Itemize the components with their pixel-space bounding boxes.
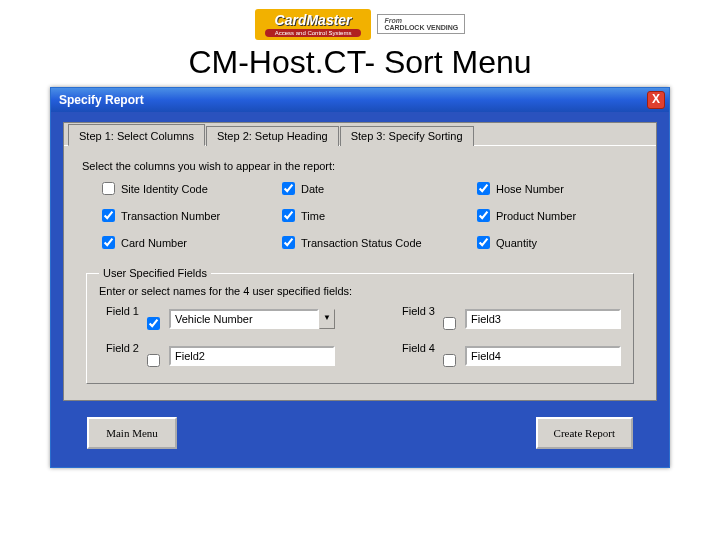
tab-setup-heading[interactable]: Step 2: Setup Heading <box>206 126 339 146</box>
cardmaster-logo-text: CardMaster <box>275 12 352 28</box>
field2-label: Field 2 <box>99 342 141 354</box>
close-icon[interactable]: X <box>647 91 665 109</box>
main-menu-button[interactable]: Main Menu <box>87 417 177 449</box>
columns-grid: Site Identity Code Date Hose Number Tran… <box>102 182 638 249</box>
field1-row: Field 1 ▼ <box>99 305 335 332</box>
tabs: Step 1: Select Columns Step 2: Setup Hea… <box>64 123 656 145</box>
field2-row: Field 2 <box>99 342 335 369</box>
field1-dropdown-icon[interactable]: ▼ <box>319 309 335 329</box>
select-columns-prompt: Select the columns you wish to appear in… <box>82 160 638 172</box>
field1-checkbox[interactable] <box>147 317 163 332</box>
tab-content: Select the columns you wish to appear in… <box>64 145 656 400</box>
field4-checkbox[interactable] <box>443 354 459 369</box>
chk-date[interactable]: Date <box>282 182 447 195</box>
cardmaster-logo: CardMaster Access and Control Systems <box>255 9 372 40</box>
user-fields-legend: User Specified Fields <box>99 267 211 279</box>
field3-input[interactable] <box>465 309 621 329</box>
user-specified-fields: User Specified Fields Enter or select na… <box>86 267 634 384</box>
logo-bar: CardMaster Access and Control Systems Fr… <box>0 0 720 40</box>
page-title: CM-Host.CT- Sort Menu <box>0 44 720 81</box>
tab-panel: Step 1: Select Columns Step 2: Setup Hea… <box>63 122 657 401</box>
cardmaster-logo-sub: Access and Control Systems <box>265 29 362 37</box>
chk-card-number[interactable]: Card Number <box>102 236 252 249</box>
field4-label: Field 4 <box>395 342 437 354</box>
chk-transaction-status[interactable]: Transaction Status Code <box>282 236 447 249</box>
create-report-button[interactable]: Create Report <box>536 417 633 449</box>
tab-specify-sorting[interactable]: Step 3: Specify Sorting <box>340 126 474 146</box>
button-row: Main Menu Create Report <box>63 401 657 455</box>
field3-checkbox[interactable] <box>443 317 459 332</box>
field3-label: Field 3 <box>395 305 437 317</box>
tab-select-columns[interactable]: Step 1: Select Columns <box>68 124 205 146</box>
titlebar: Specify Report X <box>51 88 669 112</box>
specify-report-window: Specify Report X Step 1: Select Columns … <box>50 87 670 468</box>
field4-input[interactable] <box>465 346 621 366</box>
field1-input[interactable] <box>169 309 319 329</box>
field1-label: Field 1 <box>99 305 141 317</box>
chk-hose-number[interactable]: Hose Number <box>477 182 627 195</box>
chk-time[interactable]: Time <box>282 209 447 222</box>
cardlock-logo: From CARDLOCK VENDING <box>377 14 465 34</box>
chk-product-number[interactable]: Product Number <box>477 209 627 222</box>
window-title: Specify Report <box>59 93 647 107</box>
field2-checkbox[interactable] <box>147 354 163 369</box>
chk-quantity[interactable]: Quantity <box>477 236 627 249</box>
field4-row: Field 4 <box>395 342 621 369</box>
field3-row: Field 3 <box>395 305 621 332</box>
chk-transaction-number[interactable]: Transaction Number <box>102 209 252 222</box>
field2-input[interactable] <box>169 346 335 366</box>
chk-site-identity[interactable]: Site Identity Code <box>102 182 252 195</box>
user-fields-prompt: Enter or select names for the 4 user spe… <box>99 285 621 297</box>
